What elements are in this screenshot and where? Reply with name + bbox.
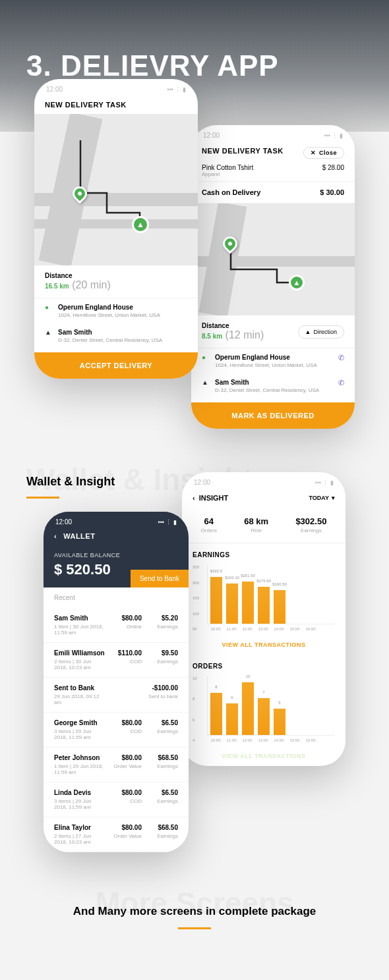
transaction-row[interactable]: Sam Smith1 item | 30 Jun 2018, 11:59 am$… [44, 608, 189, 643]
transaction-row[interactable]: Elina Taylor2 items | 27 Jun 2018, 10:23… [44, 817, 189, 852]
tx-meta: 1 item | 30 Jun 2018, 11:59 am [54, 624, 105, 636]
tx-name: Peter Johnson [54, 754, 105, 761]
close-button[interactable]: ✕ Close [303, 147, 344, 159]
stat-ride: 68 km Ride [244, 516, 268, 533]
drop-address-row: ▲ Sam Smith D-32, Deniel Street, Central… [34, 323, 198, 348]
chart-bar: 7 [258, 698, 270, 735]
tx-name: George Smith [54, 719, 105, 726]
footer-underline [178, 927, 211, 929]
tx-right-sub: Earnings [142, 728, 178, 734]
bar-label: $222.5 [210, 569, 222, 573]
transaction-row[interactable]: Emili Wlliamson2 items | 30 Jun 2018, 10… [44, 643, 189, 678]
cod-label: Cash on Delivery [202, 188, 260, 196]
chart-bar: 6 [226, 703, 238, 735]
bar-label: 8 [215, 685, 217, 689]
x-tick: 12:00 [241, 738, 253, 742]
mark-delivered-button[interactable]: MARK AS DELIVERED [191, 402, 355, 429]
drop-nav-icon: ▲ [202, 379, 208, 386]
balance-label: AVAILABLE BALANCE [44, 544, 189, 561]
transaction-row[interactable]: George Smith3 items | 29 Jun 2018, 11:59… [44, 713, 189, 748]
screen-header: NEW DELIVERY TASK [34, 95, 198, 114]
stat-earnings: $302.50 Earnings [295, 516, 326, 533]
today-dropdown[interactable]: TODAY ▾ [309, 495, 335, 501]
tx-name: Sam Smith [54, 614, 105, 622]
distance-value: 8.5 km [202, 333, 222, 340]
map-view[interactable]: ▲ [191, 204, 355, 315]
y-axis: 25020015010050 [193, 565, 199, 631]
tx-mid-sub: COD [105, 798, 142, 804]
bar-label: $160.50 [272, 582, 287, 586]
chart-bar: $222.5 [210, 577, 222, 624]
status-time: 12:00 [194, 479, 210, 486]
earnings-chart-section: EARNINGS 25020015010050 $222.5$192.10$20… [182, 543, 345, 635]
direction-button[interactable]: ▲ Direction [298, 325, 344, 339]
tx-right-value: $5.20 [142, 614, 178, 622]
orders-chart: 861075 [207, 676, 335, 736]
tx-meta: 2 items | 27 Jun 2018, 10:23 am [54, 833, 105, 845]
y-tick: 8 [193, 697, 197, 701]
back-icon[interactable]: ‹ [54, 532, 57, 540]
status-icons: ••• ⋮ ▮ [167, 86, 186, 93]
x-tick: 10:00 [210, 738, 222, 742]
tx-mid-sub: COD [105, 728, 142, 734]
transaction-row[interactable]: Sent to Bank29 Jun 2018, 09:12 am-$100.0… [44, 678, 189, 713]
x-axis: 10:0011:0012:0013:0014:0015:0016:00 [207, 624, 335, 631]
back-icon: ‹ [193, 494, 195, 502]
tx-right-sub: Earnings [142, 833, 178, 839]
tx-mid-sub: Order Value [105, 833, 142, 839]
bar-label: $175.90 [256, 579, 271, 583]
phones-row-2: 12:00 ••• ⋮ ▮ ‹ WALLET AVAILABLE BALANCE… [0, 512, 389, 879]
tx-mid-value: $110.00 [105, 649, 142, 657]
cod-row: Cash on Delivery $ 30.00 [191, 181, 355, 204]
tx-mid-sub: Online [105, 624, 142, 630]
x-tick: 15:00 [289, 627, 301, 631]
call-icon[interactable]: ✆ [338, 354, 344, 362]
view-all-transactions-button[interactable]: VIEW ALL TRANSACTIONS [182, 635, 345, 655]
tx-mid-value: $80.00 [105, 754, 142, 761]
drop-name: Sam Smith [58, 329, 187, 336]
distance-label: Distance [202, 322, 264, 329]
drop-nav-icon: ▲ [45, 329, 51, 336]
bar-label: 5 [278, 701, 280, 705]
cod-value: $ 30.00 [320, 188, 344, 196]
tx-right-sub: Earnings [142, 659, 178, 665]
call-icon[interactable]: ✆ [338, 379, 344, 387]
tx-meta: 1 item | 29 Jun 2018, 11:59 am [54, 763, 105, 775]
tx-meta: 29 Jun 2018, 09:12 am [54, 694, 105, 705]
tx-right-value: $68.50 [142, 754, 178, 761]
tx-right-sub: Earnings [142, 763, 178, 769]
close-icon: ✕ [311, 150, 316, 156]
tx-right-value: $9.50 [142, 649, 178, 657]
tx-right-sub: Earnings [142, 798, 178, 804]
pin-drop-icon: ▲ [289, 275, 305, 290]
wallet-title-row: ‹ WALLET [44, 528, 189, 544]
y-tick: 4 [193, 738, 197, 742]
y-tick: 6 [193, 718, 197, 722]
map-view[interactable]: ▲ [34, 114, 198, 265]
distance-value: 16.5 km [45, 283, 69, 290]
view-all-orders-button[interactable]: VIEW ALL TRANSACTIONS [182, 746, 345, 766]
stats-row: 64 Orders 68 km Ride $302.50 Earnings [182, 507, 345, 543]
recent-label: Recent [44, 587, 189, 608]
chevron-down-icon: ▾ [332, 495, 335, 501]
transaction-row[interactable]: Peter Johnson1 item | 29 Jun 2018, 11:59… [44, 748, 189, 782]
send-to-bank-button[interactable]: Send to Bank [131, 570, 189, 587]
y-tick: 250 [193, 565, 199, 569]
earnings-chart: $222.5$192.10$201.50$175.90$160.50 [207, 565, 335, 624]
insight-title: INSIGHT [199, 494, 229, 502]
tx-right-sub: Sent to bank [142, 694, 178, 699]
footer-title: And Many more screens in complete packag… [26, 905, 363, 918]
y-tick: 150 [193, 596, 199, 600]
x-tick: 14:00 [273, 738, 285, 742]
x-tick: 10:00 [210, 627, 222, 631]
accept-delivery-button[interactable]: ACCEPT DELIVERY [34, 352, 198, 379]
transaction-row[interactable]: Linda Devis3 items | 29 Jun 2018, 11:59 … [44, 782, 189, 817]
chart-bar: 10 [242, 682, 254, 735]
x-tick: 16:00 [305, 627, 316, 631]
distance-label: Distance [45, 272, 111, 279]
transaction-list: Sam Smith1 item | 30 Jun 2018, 11:59 am$… [44, 608, 189, 852]
tx-meta: 3 items | 29 Jun 2018, 11:59 am [54, 728, 105, 740]
phone-delivery-detail: 12:00 ••• ⋮ ▮ NEW DELIVERY TASK ✕ Close … [191, 125, 355, 429]
insight-header: ‹ INSIGHT TODAY ▾ [182, 489, 345, 507]
insight-back[interactable]: ‹ INSIGHT [193, 494, 228, 502]
